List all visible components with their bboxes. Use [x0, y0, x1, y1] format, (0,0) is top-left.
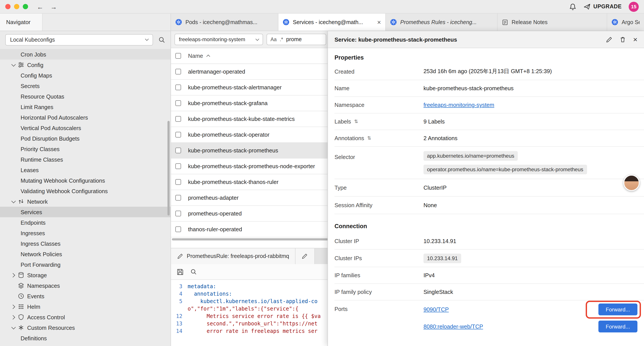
row-checkbox[interactable] — [175, 148, 181, 153]
sidebar-search-icon[interactable] — [158, 36, 165, 43]
sidebar-item-namespaces[interactable]: Namespaces — [0, 280, 170, 291]
navigator-tree: Cron Jobs Config Config Maps Secrets Res… — [0, 48, 170, 346]
delete-trash-icon[interactable] — [620, 36, 626, 43]
sidebar-item-cron-jobs[interactable]: Cron Jobs — [0, 49, 170, 59]
row-checkbox[interactable] — [175, 226, 181, 232]
sidebar-item-network[interactable]: Network — [0, 196, 170, 207]
row-checkbox[interactable] — [175, 195, 181, 201]
tab-services[interactable]: Services - icecheng@math... × — [278, 13, 386, 31]
close-panel-icon[interactable]: × — [633, 36, 638, 43]
close-tab-icon[interactable]: × — [377, 19, 381, 25]
editor-search-icon[interactable] — [190, 269, 197, 275]
sidebar-item-storage[interactable]: Storage — [0, 270, 170, 280]
user-avatar[interactable] — [624, 175, 640, 191]
sidebar-item-horizontal-pod-autoscalers[interactable]: Horizontal Pod Autoscalers — [0, 112, 170, 123]
asterisk-icon — [18, 325, 24, 331]
navigator-tab[interactable]: Navigator — [0, 13, 42, 31]
upgrade-button[interactable]: UPGRADE — [584, 3, 622, 10]
match-case-toggle[interactable]: Aa — [270, 37, 277, 42]
created-label: Created — [334, 68, 424, 75]
sidebar-item-leases[interactable]: Leases — [0, 165, 170, 175]
sidebar-item-endpoints[interactable]: Endpoints — [0, 217, 170, 228]
sidebar-item-events[interactable]: Events — [0, 291, 170, 301]
config-icon — [18, 62, 24, 68]
editor-tab-partial[interactable] — [296, 248, 315, 264]
line-number: 14 — [171, 328, 188, 335]
kubeconfig-select[interactable]: Local Kubeconfigs — [5, 34, 153, 45]
sidebar-item-access-control[interactable]: Access Control — [0, 312, 170, 322]
notification-count-badge[interactable]: 15 — [629, 1, 639, 11]
row-checkbox[interactable] — [175, 84, 181, 90]
back-arrow-icon[interactable]: ← — [37, 3, 44, 10]
row-checkbox[interactable] — [175, 179, 181, 185]
type-label: Type — [334, 184, 424, 191]
row-checkbox[interactable] — [175, 69, 181, 74]
row-checkbox[interactable] — [175, 100, 181, 106]
forward-button[interactable]: Forward... — [598, 321, 638, 333]
sidebar-scrollbar-thumb[interactable] — [168, 121, 170, 216]
type-row: Type ClusterIP — [334, 179, 644, 197]
notifications-bell-icon[interactable] — [569, 3, 577, 10]
close-window-button[interactable] — [5, 4, 10, 9]
port-line: 8080:reloader-web/TCP Forward... — [424, 318, 638, 335]
tab-release-notes[interactable]: Release Notes — [498, 13, 607, 31]
port-link[interactable]: 9090/TCP — [424, 306, 449, 313]
maximize-window-button[interactable] — [23, 4, 28, 9]
sidebar-item-definitions[interactable]: Definitions — [0, 333, 170, 343]
sidebar-item-config[interactable]: Config — [0, 59, 170, 70]
sidebar-item-vertical-pod-autoscalers[interactable]: Vertical Pod Autoscalers — [0, 123, 170, 133]
chevron-down-icon — [256, 37, 259, 41]
sidebar-item-helm[interactable]: Helm — [0, 301, 170, 312]
sidebar-item-custom-resources[interactable]: Custom Resources — [0, 322, 170, 333]
sidebar-item-ingresses[interactable]: Ingresses — [0, 228, 170, 238]
minimize-window-button[interactable] — [14, 4, 19, 9]
row-checkbox[interactable] — [175, 211, 181, 216]
tab-prometheus-rules[interactable]: Prometheus Rules - icecheng... — [386, 13, 498, 31]
cluster-ip-label: Cluster IP — [334, 238, 424, 244]
sidebar-item-validating-webhook-configurations[interactable]: Validating Webhook Configurations — [0, 186, 170, 196]
chevron-right-icon — [10, 316, 15, 319]
tab-pods[interactable]: Pods - icecheng@mathmas... — [171, 13, 278, 31]
namespace-link[interactable]: freeleaps-monitoring-system — [424, 102, 494, 108]
port-line: 9090/TCP Forward... — [424, 301, 638, 318]
sidebar-item-ingress-classes[interactable]: Ingress Classes — [0, 238, 170, 249]
edit-pencil-icon[interactable] — [606, 36, 612, 43]
sidebar-item-pod-disruption-budgets[interactable]: Pod Disruption Budgets — [0, 133, 170, 144]
sidebar-item-secrets[interactable]: Secrets — [0, 81, 170, 91]
regex-toggle[interactable]: .* — [280, 37, 283, 42]
sort-ascending-icon[interactable] — [206, 55, 210, 58]
details-body: Properties Created 253d 16h 6m ago (2025… — [328, 48, 644, 346]
ports-label: Ports — [334, 301, 424, 312]
save-icon[interactable] — [177, 268, 184, 275]
chevron-right-icon — [10, 305, 15, 308]
forward-arrow-icon[interactable]: → — [50, 3, 57, 10]
selector-row: Selector app.kubernetes.io/name=promethe… — [334, 147, 644, 179]
sidebar-item-network-policies[interactable]: Network Policies — [0, 249, 170, 259]
row-checkbox[interactable] — [175, 132, 181, 137]
table-search-input[interactable] — [286, 36, 322, 42]
sidebar-item-runtime-classes[interactable]: Runtime Classes — [0, 154, 170, 165]
expand-icon[interactable]: ⇅ — [367, 135, 371, 141]
cluster-ips-row: Cluster IPs 10.233.14.91 — [334, 250, 644, 267]
expand-icon[interactable]: ⇅ — [354, 119, 358, 124]
sidebar-item-resource-quotas[interactable]: Resource Quotas — [0, 91, 170, 102]
sidebar-item-services[interactable]: Services — [0, 207, 170, 217]
forward-button[interactable]: Forward... — [598, 304, 638, 315]
sidebar-item-mutating-webhook-configurations[interactable]: Mutating Webhook Configurations — [0, 175, 170, 186]
session-affinity-row: Session Affinity None — [334, 197, 644, 214]
editor-tab-prometheusrule[interactable]: PrometheusRule: freeleaps-prod-rabbitmq — [171, 248, 296, 264]
port-link[interactable]: 8080:reloader-web/TCP — [424, 323, 483, 330]
ip-family-policy-value: SingleStack — [424, 289, 453, 295]
row-checkbox[interactable] — [175, 163, 181, 169]
sidebar-item-limit-ranges[interactable]: Limit Ranges — [0, 102, 170, 112]
name-column-header[interactable]: Name — [188, 52, 203, 59]
sidebar-item-config-maps[interactable]: Config Maps — [0, 70, 170, 81]
row-checkbox[interactable] — [175, 116, 181, 122]
sidebar-item-port-forwarding[interactable]: Port Forwarding — [0, 259, 170, 270]
select-all-checkbox[interactable] — [175, 53, 181, 59]
tab-argo[interactable]: Argo Se — [607, 13, 644, 31]
namespace-select[interactable]: freeleaps-monitoring-system — [174, 34, 263, 45]
code-line: kubectl.kubernetes.io/last-applied-co — [188, 298, 318, 305]
sidebar-item-priority-classes[interactable]: Priority Classes — [0, 144, 170, 154]
line-number — [171, 305, 188, 313]
